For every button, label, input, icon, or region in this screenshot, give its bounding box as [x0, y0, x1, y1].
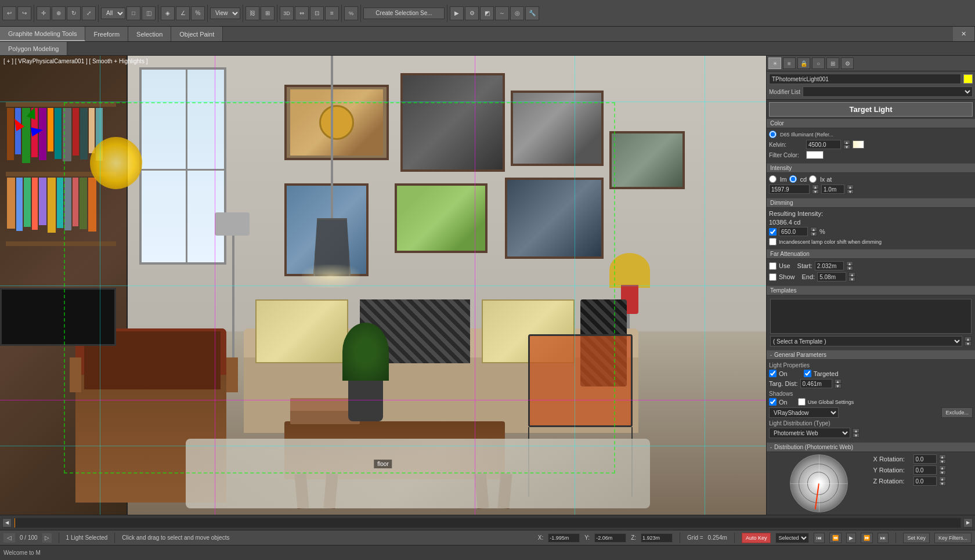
far-attenuation-header[interactable]: Far Attenuation	[767, 250, 975, 259]
frame-advance-button[interactable]: ▷	[42, 533, 52, 543]
select-region-button[interactable]: □	[127, 6, 140, 20]
percent-icon[interactable]: %	[344, 6, 358, 20]
close-ribbon-button[interactable]: ✕	[953, 27, 975, 41]
lm-radio[interactable]	[769, 175, 777, 183]
y-rotation-spinner[interactable]: ▲ ▼	[939, 465, 946, 475]
intensity-value-input[interactable]	[769, 185, 810, 194]
auto-key-button[interactable]: Auto Key	[742, 533, 771, 543]
kelvin-down-button[interactable]: ▼	[843, 144, 850, 149]
general-params-header[interactable]: - General Parameters	[767, 351, 975, 360]
dist-photometric-header[interactable]: - Distribution (Photometric Web)	[767, 443, 975, 452]
x-rotation-up[interactable]: ▲	[939, 454, 946, 459]
snap-toggle-button[interactable]: ◈	[161, 6, 175, 20]
intensity-up-button[interactable]: ▲	[812, 185, 819, 189]
tab-selection[interactable]: Selection	[128, 27, 171, 41]
shadow-global-checkbox[interactable]	[798, 398, 806, 406]
percent-snap-button[interactable]: %	[191, 6, 205, 20]
intensity-header[interactable]: Intensity	[767, 164, 975, 173]
render-setup-button[interactable]: ⚙	[465, 6, 479, 20]
array-button[interactable]: ⊡	[310, 6, 324, 20]
utilities-button[interactable]: 🔧	[525, 6, 539, 20]
prev-frame-button[interactable]: ⏪	[829, 533, 842, 543]
curve-editor-button[interactable]: ～	[495, 6, 509, 20]
cd-radio[interactable]	[789, 175, 797, 183]
intensity-dist-up-button[interactable]: ▲	[847, 185, 854, 189]
timeline-ruler-toggle[interactable]: ◁	[3, 533, 15, 543]
distribution-spinner[interactable]: ▲ ▼	[853, 428, 860, 438]
viewport[interactable]: [ + ] [ VRayPhysicalCamera001 ] [ Smooth…	[0, 56, 766, 515]
far-start-spinner[interactable]: ▲ ▼	[846, 261, 853, 270]
rewind-button[interactable]: ⏮	[814, 533, 825, 543]
z-rotation-input[interactable]	[913, 476, 937, 486]
tab-object-paint[interactable]: Object Paint	[171, 27, 223, 41]
y-rotation-input[interactable]	[913, 465, 937, 475]
shadow-type-select[interactable]: VRayShadow	[769, 407, 839, 418]
view-dropdown[interactable]: View	[210, 8, 240, 19]
far-start-input[interactable]	[815, 261, 844, 270]
angle-snap-button[interactable]: ∠	[176, 6, 190, 20]
kelvin-spinner[interactable]: ▲ ▼	[843, 140, 850, 149]
kelvin-input[interactable]	[806, 140, 841, 149]
select-button[interactable]: ✛	[37, 6, 50, 20]
far-end-up[interactable]: ▲	[848, 272, 855, 277]
dimming-checkbox[interactable]	[769, 228, 777, 236]
intensity-distance-input[interactable]	[821, 185, 844, 194]
rotate-button[interactable]: ↻	[67, 6, 81, 20]
dimming-up-button[interactable]: ▲	[810, 227, 817, 232]
fast-forward-button[interactable]: ⏭	[878, 533, 889, 543]
far-end-input[interactable]	[817, 272, 846, 281]
selected-dropdown[interactable]: Selected	[775, 533, 809, 543]
3d-button[interactable]: 3D	[280, 6, 294, 20]
templates-header[interactable]: Templates	[767, 286, 975, 295]
link-button[interactable]: ⛓	[245, 6, 259, 20]
intensity-dist-down-button[interactable]: ▼	[847, 189, 854, 194]
tab-polygon-modeling[interactable]: Polygon Modeling	[0, 42, 67, 55]
far-end-down[interactable]: ▼	[848, 277, 855, 281]
key-filters-button[interactable]: Key Filters...	[934, 533, 972, 543]
d65-radio[interactable]	[769, 131, 777, 138]
targ-dist-spinner[interactable]: ▲ ▼	[835, 379, 842, 388]
dimming-percent-input[interactable]	[779, 227, 808, 236]
select-filter-button[interactable]: ◫	[142, 6, 156, 20]
color-section-header[interactable]: Color	[767, 119, 975, 128]
lx-at-radio[interactable]	[809, 175, 817, 183]
shadow-on-checkbox[interactable]	[769, 398, 777, 406]
far-use-checkbox[interactable]	[769, 262, 777, 270]
template-up[interactable]: ▲	[965, 337, 972, 341]
template-spinner[interactable]: ▲ ▼	[965, 337, 972, 346]
move-button[interactable]: ⊕	[52, 6, 66, 20]
z-rotation-down[interactable]: ▼	[939, 481, 946, 486]
incandescent-checkbox[interactable]	[769, 238, 777, 245]
z-rotation-spinner[interactable]: ▲ ▼	[939, 476, 946, 486]
far-start-down[interactable]: ▼	[846, 266, 853, 270]
timeline-scrubber[interactable]	[14, 518, 961, 528]
scale-button[interactable]: ⤢	[82, 6, 96, 20]
object-color-swatch[interactable]	[963, 74, 973, 84]
sun-icon-button[interactable]: ☀	[768, 57, 781, 69]
sphere-icon-button[interactable]: ○	[812, 57, 825, 69]
intensity-spinner[interactable]: ▲ ▼	[812, 185, 819, 194]
x-coord-input[interactable]	[548, 533, 580, 543]
targeted-checkbox[interactable]	[804, 370, 811, 377]
next-frame-button[interactable]: ⏩	[861, 533, 873, 543]
grid-icon-button[interactable]: ⊞	[826, 57, 839, 69]
create-selection-button[interactable]: Create Selection Se...	[363, 8, 445, 19]
align-button[interactable]: ≡	[325, 6, 339, 20]
object-name-input[interactable]	[769, 74, 961, 84]
y-rotation-down[interactable]: ▼	[939, 470, 946, 475]
distribution-down[interactable]: ▼	[853, 433, 860, 438]
lines-icon-button[interactable]: ≡	[783, 57, 796, 69]
intensity-down-button[interactable]: ▼	[812, 189, 819, 194]
undo-button[interactable]: ↩	[2, 6, 16, 20]
material-editor-button[interactable]: ◩	[480, 6, 494, 20]
tab-freeform[interactable]: Freeform	[85, 27, 128, 41]
far-show-checkbox[interactable]	[769, 273, 777, 281]
targ-dist-up[interactable]: ▲	[835, 379, 842, 384]
extra-icon-button[interactable]: ⚙	[841, 57, 854, 69]
targ-dist-input[interactable]	[800, 379, 832, 388]
template-select[interactable]: ( Select a Template )	[770, 336, 962, 346]
y-coord-input[interactable]	[594, 533, 626, 543]
x-rotation-down[interactable]: ▼	[939, 459, 946, 464]
tab-graphite[interactable]: Graphite Modeling Tools	[0, 27, 85, 41]
x-rotation-spinner[interactable]: ▲ ▼	[939, 454, 946, 464]
